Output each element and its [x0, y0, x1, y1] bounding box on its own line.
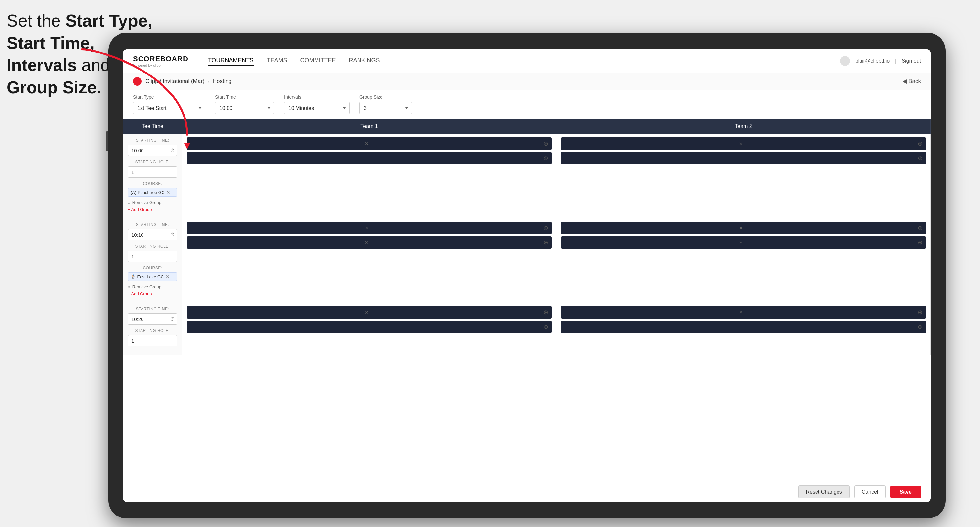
add-player-icon[interactable]: ⊕ [543, 224, 548, 232]
add-player-icon[interactable]: ⊕ [918, 154, 923, 162]
col-tee-time: Tee Time [123, 119, 182, 133]
add-group-btn-2[interactable]: + Add Group [128, 290, 177, 297]
course-remove-1[interactable]: ✕ [167, 190, 170, 195]
add-player-icon[interactable]: ⊕ [543, 239, 548, 246]
player-row: ⊕ [187, 152, 552, 164]
hole-select-wrap-3: 12 [128, 335, 177, 346]
starting-hole-label-3: STARTING HOLE: [128, 329, 177, 333]
group-row-3: STARTING TIME: ⏱ STARTING HOLE: 12 ✕ [123, 302, 931, 355]
user-avatar [840, 56, 850, 66]
start-time-select[interactable]: 10:00 [215, 102, 274, 114]
col-team1: Team 1 [182, 119, 557, 133]
starting-hole-label-2: STARTING HOLE: [128, 244, 177, 249]
main-content: STARTING TIME: ⏱ STARTING HOLE: 123 COUR… [123, 133, 931, 481]
group-size-select[interactable]: 2 3 4 5 [360, 102, 412, 114]
course-name-2: 🏌 East Lake GC [130, 274, 164, 279]
breadcrumb-tournament[interactable]: Clippd Invitational (Mar) [145, 78, 205, 85]
hole-select-2[interactable]: 123 [128, 251, 177, 262]
cancel-button[interactable]: Cancel [854, 485, 886, 498]
starting-time-label-3: STARTING TIME: [128, 307, 177, 311]
clock-icon-2: ⏱ [170, 232, 175, 237]
nav-rankings[interactable]: RANKINGS [349, 56, 380, 66]
course-remove-2[interactable]: ✕ [166, 274, 170, 279]
player-row: ✕ ⊕ [561, 236, 926, 249]
add-player-icon[interactable]: ⊕ [543, 309, 548, 316]
course-tag-2: 🏌 East Lake GC ✕ [128, 272, 177, 281]
player-row: ⊕ [561, 321, 926, 333]
player-row: ✕ ⊕ [187, 222, 552, 234]
close-player-icon[interactable]: ✕ [365, 310, 369, 315]
add-player-icon[interactable]: ⊕ [918, 224, 923, 232]
user-email: blair@clippd.io [855, 58, 890, 64]
sign-out-link[interactable]: Sign out [902, 58, 921, 64]
add-player-icon[interactable]: ⊕ [543, 154, 548, 162]
player-row: ✕ ⊕ [561, 138, 926, 150]
course-label-1: COURSE: [128, 181, 177, 186]
hole-select-3[interactable]: 12 [128, 335, 177, 346]
team2-col-1: ✕ ⊕ ⊕ [557, 133, 931, 217]
tee-time-col-1: STARTING TIME: ⏱ STARTING HOLE: 123 COUR… [123, 133, 182, 217]
start-time-label: Start Time [215, 95, 274, 100]
save-button[interactable]: Save [890, 486, 921, 498]
nav-tournaments[interactable]: TOURNAMENTS [208, 56, 254, 66]
close-player-icon[interactable]: ✕ [739, 225, 743, 231]
starting-hole-label-1: STARTING HOLE: [128, 160, 177, 164]
add-group-btn-1[interactable]: + Add Group [128, 206, 177, 213]
nav-items: TOURNAMENTS TEAMS COMMITTEE RANKINGS [208, 56, 840, 66]
add-player-icon[interactable]: ⊕ [918, 239, 923, 246]
team1-col-2: ✕ ⊕ ✕ ⊕ [182, 218, 557, 302]
breadcrumb-hosting: Hosting [213, 78, 232, 85]
close-player-icon[interactable]: ✕ [739, 240, 743, 245]
logo-area: SCOREBOARD Powered by clipp [133, 55, 188, 67]
close-player-icon[interactable]: ✕ [739, 141, 743, 146]
clock-icon-1: ⏱ [170, 148, 175, 153]
logo-text: SCOREBOARD [133, 55, 188, 63]
nav-right: blair@clippd.io | Sign out [840, 56, 921, 66]
starting-time-label-2: STARTING TIME: [128, 222, 177, 227]
group-size-label: Group Size [360, 95, 412, 100]
close-player-icon[interactable]: ✕ [365, 141, 369, 146]
starting-time-wrap-1: ⏱ [128, 145, 177, 156]
course-tag-1: (A) Peachtree GC ✕ [128, 188, 177, 197]
course-label-2: COURSE: [128, 266, 177, 270]
navbar: SCOREBOARD Powered by clipp TOURNAMENTS … [123, 49, 931, 73]
add-player-icon[interactable]: ⊕ [918, 140, 923, 147]
start-type-group: Start Type 1st Tee Start Shotgun Start C… [133, 95, 205, 114]
reset-changes-button[interactable]: Reset Changes [799, 485, 850, 498]
starting-time-wrap-2: ⏱ [128, 229, 177, 240]
course-name-1: (A) Peachtree GC [130, 190, 164, 195]
nav-committee[interactable]: COMMITTEE [301, 56, 336, 66]
team2-col-3: ✕ ⊕ ⊕ [557, 302, 931, 355]
group-row-1: STARTING TIME: ⏱ STARTING HOLE: 123 COUR… [123, 133, 931, 218]
starting-time-wrap-3: ⏱ [128, 313, 177, 325]
close-player-icon[interactable]: ✕ [365, 240, 369, 245]
player-row: ✕ ⊕ [187, 236, 552, 249]
breadcrumb-bar: Clippd Invitational (Mar) › Hosting ◀ Ba… [123, 73, 931, 90]
tablet-frame: SCOREBOARD Powered by clipp TOURNAMENTS … [108, 33, 945, 519]
player-row: ⊕ [561, 152, 926, 164]
breadcrumb-separator: › [208, 78, 210, 84]
group-size-group: Group Size 2 3 4 5 [360, 95, 412, 114]
intervals-select[interactable]: 5 Minutes 10 Minutes 15 Minutes [284, 102, 350, 114]
start-type-select[interactable]: 1st Tee Start Shotgun Start Custom [133, 102, 205, 114]
back-button[interactable]: ◀ Back [902, 78, 921, 85]
add-player-icon[interactable]: ⊕ [918, 309, 923, 316]
hole-select-wrap-2: 123 [128, 251, 177, 262]
add-player-icon[interactable]: ⊕ [543, 140, 548, 147]
nav-teams[interactable]: TEAMS [267, 56, 287, 66]
separator: | [895, 58, 896, 64]
tee-time-col-3: STARTING TIME: ⏱ STARTING HOLE: 12 [123, 302, 182, 355]
add-player-icon[interactable]: ⊕ [918, 323, 923, 330]
player-row: ⊕ [187, 321, 552, 333]
player-row: ✕ ⊕ [187, 138, 552, 150]
close-player-icon[interactable]: ✕ [365, 225, 369, 231]
tablet-screen: SCOREBOARD Powered by clipp TOURNAMENTS … [123, 49, 931, 502]
start-type-label: Start Type [133, 95, 205, 100]
hole-select-1[interactable]: 123 [128, 167, 177, 178]
remove-group-btn-1[interactable]: ○ Remove Group [128, 199, 177, 206]
add-player-icon[interactable]: ⊕ [543, 323, 548, 330]
controls-row: Start Type 1st Tee Start Shotgun Start C… [123, 90, 931, 119]
close-player-icon[interactable]: ✕ [739, 310, 743, 315]
hole-select-wrap-1: 123 [128, 167, 177, 178]
remove-group-btn-2[interactable]: ○ Remove Group [128, 284, 177, 290]
